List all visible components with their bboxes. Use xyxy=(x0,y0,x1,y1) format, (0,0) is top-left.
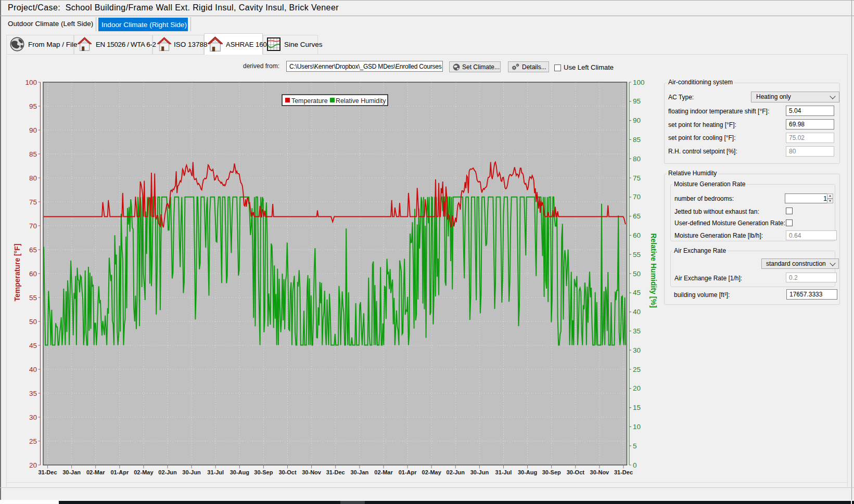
svg-text:45: 45 xyxy=(633,289,641,296)
svg-text:70: 70 xyxy=(633,193,641,201)
svg-text:30-Jun: 30-Jun xyxy=(470,469,489,475)
svg-text:Temperature [°F]: Temperature [°F] xyxy=(13,243,21,301)
svg-text:20: 20 xyxy=(633,384,641,392)
svg-text:35: 35 xyxy=(29,390,37,397)
svg-text:30-Sep: 30-Sep xyxy=(542,469,561,475)
svg-text:95: 95 xyxy=(29,102,37,110)
svg-text:30-Oct: 30-Oct xyxy=(567,469,585,475)
svg-text:40: 40 xyxy=(29,366,37,373)
svg-text:02-May: 02-May xyxy=(134,469,154,475)
svg-text:02-Jun: 02-Jun xyxy=(447,469,465,475)
svg-text:30: 30 xyxy=(633,346,641,354)
svg-text:35: 35 xyxy=(633,327,641,335)
svg-text:65: 65 xyxy=(29,246,37,254)
svg-text:30-Aug: 30-Aug xyxy=(518,469,537,475)
svg-text:30-Jan: 30-Jan xyxy=(62,469,81,475)
svg-text:30-Sep: 30-Sep xyxy=(254,469,273,475)
svg-text:31-Dec: 31-Dec xyxy=(614,469,633,475)
svg-text:85: 85 xyxy=(29,150,37,158)
svg-text:02-Jun: 02-Jun xyxy=(158,469,177,475)
svg-text:30-Nov: 30-Nov xyxy=(590,469,610,475)
svg-text:45: 45 xyxy=(29,342,37,350)
svg-text:30: 30 xyxy=(29,413,37,421)
svg-text:25: 25 xyxy=(633,366,641,373)
svg-text:55: 55 xyxy=(29,294,37,302)
svg-text:01-Apr: 01-Apr xyxy=(399,469,417,475)
svg-text:30-Nov: 30-Nov xyxy=(302,469,322,475)
svg-text:02-Mar: 02-Mar xyxy=(86,469,105,475)
svg-text:85: 85 xyxy=(633,136,641,144)
svg-text:20: 20 xyxy=(29,461,37,469)
svg-text:75: 75 xyxy=(633,174,641,182)
svg-text:15: 15 xyxy=(633,404,641,411)
svg-text:90: 90 xyxy=(29,126,37,134)
svg-text:Relative Humidity [%]: Relative Humidity [%] xyxy=(649,233,658,307)
svg-text:100: 100 xyxy=(633,79,645,86)
svg-text:0: 0 xyxy=(633,461,637,469)
svg-text:50: 50 xyxy=(633,270,641,278)
svg-text:40: 40 xyxy=(633,308,641,316)
svg-text:80: 80 xyxy=(29,174,37,182)
svg-text:31-Jul: 31-Jul xyxy=(495,469,512,475)
svg-text:65: 65 xyxy=(633,212,641,220)
svg-text:Temperature: Temperature xyxy=(291,97,328,105)
svg-text:100: 100 xyxy=(25,79,37,86)
svg-text:80: 80 xyxy=(633,155,641,163)
svg-text:Relative Humidity: Relative Humidity xyxy=(336,97,386,105)
svg-text:25: 25 xyxy=(29,437,37,445)
svg-text:95: 95 xyxy=(633,97,641,105)
svg-text:55: 55 xyxy=(633,251,641,259)
svg-text:5: 5 xyxy=(633,442,637,450)
svg-text:02-May: 02-May xyxy=(422,469,442,475)
svg-text:30-Jan: 30-Jan xyxy=(350,469,368,475)
svg-text:01-Apr: 01-Apr xyxy=(110,469,129,475)
svg-text:31-Dec: 31-Dec xyxy=(326,469,345,475)
svg-text:75: 75 xyxy=(29,198,37,206)
svg-text:60: 60 xyxy=(633,231,641,239)
svg-text:30-Oct: 30-Oct xyxy=(278,469,297,475)
svg-text:31-Dec: 31-Dec xyxy=(38,469,57,475)
svg-text:70: 70 xyxy=(29,222,37,230)
svg-text:60: 60 xyxy=(29,270,37,278)
svg-text:30-Aug: 30-Aug xyxy=(230,469,249,475)
svg-text:90: 90 xyxy=(633,117,641,124)
svg-text:50: 50 xyxy=(29,318,37,326)
svg-text:02-Mar: 02-Mar xyxy=(374,469,393,475)
svg-text:31-Jul: 31-Jul xyxy=(207,469,224,475)
svg-text:30-Jun: 30-Jun xyxy=(182,469,201,475)
svg-text:10: 10 xyxy=(633,423,641,431)
